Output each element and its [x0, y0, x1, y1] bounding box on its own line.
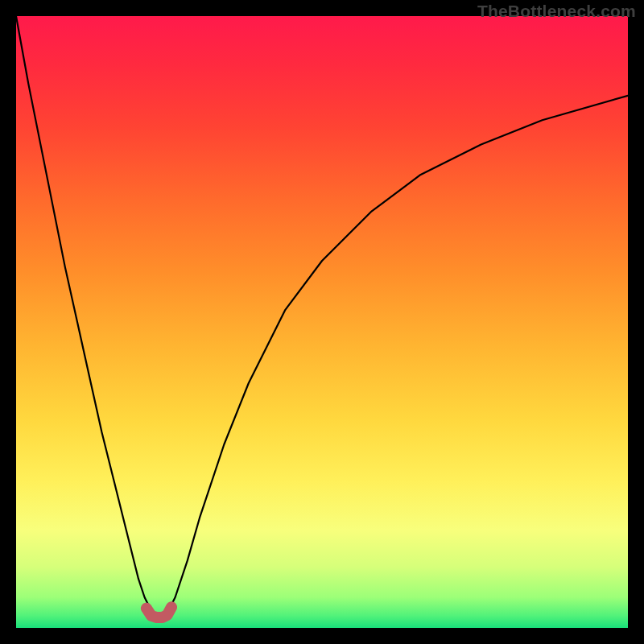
- curve-layer: [16, 16, 628, 628]
- plot-area: [16, 16, 628, 628]
- watermark-text: TheBottleneck.com: [477, 2, 636, 21]
- salient-minimum-marker: [147, 607, 171, 617]
- chart-frame: TheBottleneck.com: [0, 0, 644, 644]
- bottleneck-curve: [16, 16, 628, 616]
